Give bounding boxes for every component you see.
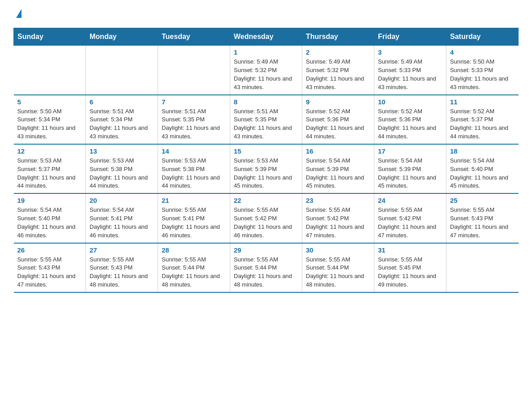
week-row-2: 12Sunrise: 5:53 AM Sunset: 5:37 PM Dayli…: [14, 144, 519, 193]
calendar-cell: 17Sunrise: 5:54 AM Sunset: 5:39 PM Dayli…: [374, 144, 446, 193]
day-number: 29: [234, 246, 298, 254]
day-number: 19: [17, 197, 82, 204]
header-friday: Friday: [374, 28, 446, 46]
day-info: Sunrise: 5:49 AM Sunset: 5:32 PM Dayligh…: [306, 58, 370, 91]
day-number: 30: [306, 246, 370, 254]
calendar-cell: 22Sunrise: 5:55 AM Sunset: 5:42 PM Dayli…: [230, 193, 302, 243]
day-number: 18: [450, 147, 515, 155]
day-info: Sunrise: 5:54 AM Sunset: 5:40 PM Dayligh…: [450, 157, 515, 190]
day-number: 22: [234, 197, 298, 204]
day-info: Sunrise: 5:55 AM Sunset: 5:42 PM Dayligh…: [306, 206, 370, 240]
calendar-cell: 4Sunrise: 5:50 AM Sunset: 5:33 PM Daylig…: [446, 46, 519, 95]
calendar-body: 1Sunrise: 5:49 AM Sunset: 5:32 PM Daylig…: [14, 46, 519, 293]
day-info: Sunrise: 5:55 AM Sunset: 5:43 PM Dayligh…: [17, 256, 82, 289]
header-wednesday: Wednesday: [230, 28, 302, 46]
calendar-cell: 3Sunrise: 5:49 AM Sunset: 5:33 PM Daylig…: [374, 46, 446, 95]
calendar-cell: 23Sunrise: 5:55 AM Sunset: 5:42 PM Dayli…: [302, 193, 374, 243]
page-header: [13, 9, 519, 19]
day-info: Sunrise: 5:54 AM Sunset: 5:41 PM Dayligh…: [90, 206, 154, 240]
calendar-cell: 7Sunrise: 5:51 AM Sunset: 5:35 PM Daylig…: [158, 95, 230, 144]
week-row-1: 5Sunrise: 5:50 AM Sunset: 5:34 PM Daylig…: [14, 95, 519, 144]
day-number: 7: [162, 98, 226, 106]
day-info: Sunrise: 5:50 AM Sunset: 5:33 PM Dayligh…: [450, 58, 515, 91]
day-number: 1: [234, 48, 298, 56]
day-number: 9: [306, 98, 370, 106]
day-number: 14: [162, 147, 226, 155]
calendar-cell: [446, 243, 519, 292]
day-number: 23: [306, 197, 370, 204]
day-number: 28: [162, 246, 226, 254]
day-number: 20: [90, 197, 154, 204]
day-number: 11: [450, 98, 515, 106]
header-saturday: Saturday: [446, 28, 519, 46]
calendar-cell: 25Sunrise: 5:55 AM Sunset: 5:43 PM Dayli…: [446, 193, 519, 243]
calendar-cell: 31Sunrise: 5:55 AM Sunset: 5:45 PM Dayli…: [374, 243, 446, 292]
calendar-cell: 18Sunrise: 5:54 AM Sunset: 5:40 PM Dayli…: [446, 144, 519, 193]
calendar-cell: 10Sunrise: 5:52 AM Sunset: 5:36 PM Dayli…: [374, 95, 446, 144]
calendar-cell: 12Sunrise: 5:53 AM Sunset: 5:37 PM Dayli…: [14, 144, 86, 193]
calendar-table: SundayMondayTuesdayWednesdayThursdayFrid…: [13, 28, 519, 293]
day-info: Sunrise: 5:55 AM Sunset: 5:44 PM Dayligh…: [234, 256, 298, 289]
day-info: Sunrise: 5:49 AM Sunset: 5:33 PM Dayligh…: [378, 58, 442, 91]
calendar-cell: 2Sunrise: 5:49 AM Sunset: 5:32 PM Daylig…: [302, 46, 374, 95]
day-info: Sunrise: 5:55 AM Sunset: 5:41 PM Dayligh…: [162, 206, 226, 240]
day-info: Sunrise: 5:55 AM Sunset: 5:43 PM Dayligh…: [90, 256, 154, 289]
calendar-cell: 15Sunrise: 5:53 AM Sunset: 5:39 PM Dayli…: [230, 144, 302, 193]
day-info: Sunrise: 5:51 AM Sunset: 5:35 PM Dayligh…: [234, 107, 298, 141]
day-info: Sunrise: 5:53 AM Sunset: 5:38 PM Dayligh…: [162, 157, 226, 190]
day-info: Sunrise: 5:55 AM Sunset: 5:42 PM Dayligh…: [234, 206, 298, 240]
day-info: Sunrise: 5:55 AM Sunset: 5:44 PM Dayligh…: [162, 256, 226, 289]
day-info: Sunrise: 5:54 AM Sunset: 5:39 PM Dayligh…: [306, 157, 370, 190]
calendar-cell: 6Sunrise: 5:51 AM Sunset: 5:34 PM Daylig…: [86, 95, 158, 144]
day-number: 5: [17, 98, 82, 106]
calendar-cell: 14Sunrise: 5:53 AM Sunset: 5:38 PM Dayli…: [158, 144, 230, 193]
calendar-cell: [158, 46, 230, 95]
week-row-3: 19Sunrise: 5:54 AM Sunset: 5:40 PM Dayli…: [14, 193, 519, 243]
day-number: 8: [234, 98, 298, 106]
day-number: 27: [90, 246, 154, 254]
day-number: 2: [306, 48, 370, 56]
day-number: 13: [90, 147, 154, 155]
week-row-0: 1Sunrise: 5:49 AM Sunset: 5:32 PM Daylig…: [14, 46, 519, 95]
day-number: 17: [378, 147, 442, 155]
day-info: Sunrise: 5:51 AM Sunset: 5:34 PM Dayligh…: [90, 107, 154, 141]
calendar-cell: 8Sunrise: 5:51 AM Sunset: 5:35 PM Daylig…: [230, 95, 302, 144]
calendar-cell: 28Sunrise: 5:55 AM Sunset: 5:44 PM Dayli…: [158, 243, 230, 292]
day-number: 16: [306, 147, 370, 155]
day-number: 25: [450, 197, 515, 204]
calendar-cell: 1Sunrise: 5:49 AM Sunset: 5:32 PM Daylig…: [230, 46, 302, 95]
day-number: 24: [378, 197, 442, 204]
header-tuesday: Tuesday: [158, 28, 230, 46]
day-info: Sunrise: 5:49 AM Sunset: 5:32 PM Dayligh…: [234, 58, 298, 91]
day-number: 21: [162, 197, 226, 204]
day-info: Sunrise: 5:55 AM Sunset: 5:43 PM Dayligh…: [450, 206, 515, 240]
day-number: 10: [378, 98, 442, 106]
day-number: 6: [90, 98, 154, 106]
calendar-cell: 21Sunrise: 5:55 AM Sunset: 5:41 PM Dayli…: [158, 193, 230, 243]
day-number: 15: [234, 147, 298, 155]
calendar-cell: 20Sunrise: 5:54 AM Sunset: 5:41 PM Dayli…: [86, 193, 158, 243]
header-sunday: Sunday: [14, 28, 86, 46]
calendar-cell: 13Sunrise: 5:53 AM Sunset: 5:38 PM Dayli…: [86, 144, 158, 193]
day-info: Sunrise: 5:53 AM Sunset: 5:37 PM Dayligh…: [17, 157, 82, 190]
calendar-cell: 27Sunrise: 5:55 AM Sunset: 5:43 PM Dayli…: [86, 243, 158, 292]
calendar-cell: 29Sunrise: 5:55 AM Sunset: 5:44 PM Dayli…: [230, 243, 302, 292]
day-number: 31: [378, 246, 442, 254]
day-info: Sunrise: 5:55 AM Sunset: 5:42 PM Dayligh…: [378, 206, 442, 240]
day-info: Sunrise: 5:55 AM Sunset: 5:45 PM Dayligh…: [378, 256, 442, 289]
header-thursday: Thursday: [302, 28, 374, 46]
calendar-cell: [86, 46, 158, 95]
logo: [13, 9, 21, 19]
day-info: Sunrise: 5:55 AM Sunset: 5:44 PM Dayligh…: [306, 256, 370, 289]
logo-triangle-icon: [16, 9, 21, 18]
day-number: 4: [450, 48, 515, 56]
day-info: Sunrise: 5:52 AM Sunset: 5:37 PM Dayligh…: [450, 107, 515, 141]
day-info: Sunrise: 5:50 AM Sunset: 5:34 PM Dayligh…: [17, 107, 82, 141]
header-row: SundayMondayTuesdayWednesdayThursdayFrid…: [14, 28, 519, 46]
calendar-cell: 16Sunrise: 5:54 AM Sunset: 5:39 PM Dayli…: [302, 144, 374, 193]
day-number: 12: [17, 147, 82, 155]
calendar-cell: 24Sunrise: 5:55 AM Sunset: 5:42 PM Dayli…: [374, 193, 446, 243]
day-info: Sunrise: 5:54 AM Sunset: 5:40 PM Dayligh…: [17, 206, 82, 240]
calendar-cell: 30Sunrise: 5:55 AM Sunset: 5:44 PM Dayli…: [302, 243, 374, 292]
week-row-4: 26Sunrise: 5:55 AM Sunset: 5:43 PM Dayli…: [14, 243, 519, 292]
